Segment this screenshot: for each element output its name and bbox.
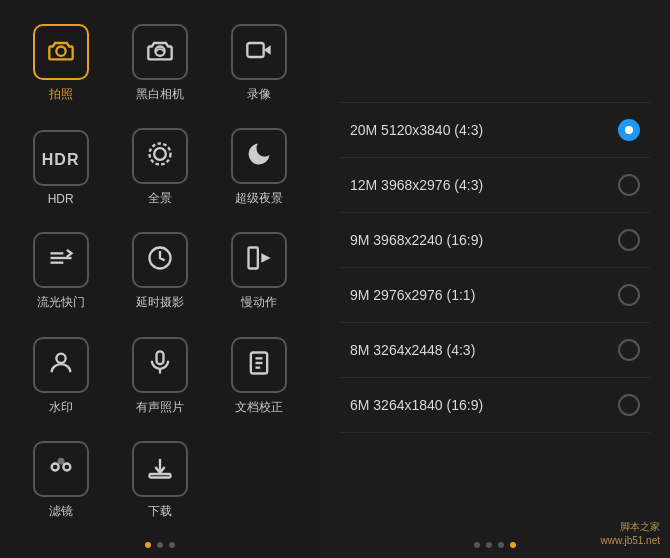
audio-icon	[146, 349, 174, 381]
mode-item-bw[interactable]: 黑白相机	[113, 14, 206, 112]
mode-item-filter[interactable]: 滤镜	[14, 432, 107, 530]
mode-item-audio[interactable]: 有声照片	[113, 327, 206, 425]
svg-rect-13	[156, 351, 163, 364]
resolution-item-0[interactable]: 20M 5120x3840 (4:3)	[340, 102, 650, 158]
resolution-item-4[interactable]: 8M 3264x2448 (4:3)	[340, 323, 650, 378]
left-panel: 拍照 黑白相机 录像 HDR HDR 全景 超级夜景 流光快门	[0, 0, 320, 558]
resolution-radio-4[interactable]	[618, 339, 640, 361]
svg-rect-10	[249, 248, 258, 269]
left-dot-0[interactable]	[145, 542, 151, 548]
mode-item-photo[interactable]: 拍照	[14, 14, 107, 112]
filter-icon	[47, 453, 75, 485]
svg-marker-11	[262, 254, 271, 263]
svg-point-21	[57, 458, 64, 465]
resolution-label-4: 8M 3264x2448 (4:3)	[350, 342, 475, 358]
mode-label-photo: 拍照	[49, 86, 73, 103]
mode-label-timelapse: 延时摄影	[136, 294, 184, 311]
icon-box-panorama	[132, 128, 188, 184]
icon-box-video	[231, 24, 287, 80]
svg-point-12	[56, 354, 65, 363]
mode-label-filter: 滤镜	[49, 503, 73, 520]
resolution-list: 20M 5120x3840 (4:3) 12M 3968x2976 (4:3) …	[320, 0, 670, 534]
mode-item-video[interactable]: 录像	[213, 14, 306, 112]
mode-label-watermark: 水印	[49, 399, 73, 416]
icon-box-filter	[33, 441, 89, 497]
icon-box-watermark	[33, 337, 89, 393]
svg-rect-2	[248, 43, 264, 57]
resolution-label-2: 9M 3968x2240 (16:9)	[350, 232, 483, 248]
hdr-icon: HDR	[42, 147, 80, 169]
resolution-item-5[interactable]: 6M 3264x1840 (16:9)	[340, 378, 650, 433]
mode-label-download: 下载	[148, 503, 172, 520]
mode-label-panorama: 全景	[148, 190, 172, 207]
icon-box-night	[231, 128, 287, 184]
mode-item-timelapse[interactable]: 延时摄影	[113, 223, 206, 321]
icon-box-audio	[132, 337, 188, 393]
doc-icon	[245, 349, 273, 381]
icon-box-photo	[33, 24, 89, 80]
svg-point-19	[51, 464, 58, 471]
left-dot-2[interactable]	[169, 542, 175, 548]
right-dot-2[interactable]	[498, 542, 504, 548]
right-dot-1[interactable]	[486, 542, 492, 548]
resolution-item-2[interactable]: 9M 3968x2240 (16:9)	[340, 213, 650, 268]
mode-label-hdr: HDR	[48, 192, 74, 206]
icon-box-hdr: HDR	[33, 130, 89, 186]
mode-item-night[interactable]: 超级夜景	[213, 118, 306, 216]
mode-label-flow: 流光快门	[37, 294, 85, 311]
resolution-label-3: 9M 2976x2976 (1:1)	[350, 287, 475, 303]
resolution-radio-2[interactable]	[618, 229, 640, 251]
mode-label-doc: 文档校正	[235, 399, 283, 416]
resolution-label-5: 6M 3264x1840 (16:9)	[350, 397, 483, 413]
mode-label-audio: 有声照片	[136, 399, 184, 416]
icon-box-slow	[231, 232, 287, 288]
left-dot-1[interactable]	[157, 542, 163, 548]
icon-box-timelapse	[132, 232, 188, 288]
svg-rect-23	[149, 474, 170, 478]
right-dots	[320, 534, 670, 558]
right-panel: 20M 5120x3840 (4:3) 12M 3968x2976 (4:3) …	[320, 0, 670, 558]
mode-item-watermark[interactable]: 水印	[14, 327, 107, 425]
mode-item-panorama[interactable]: 全景	[113, 118, 206, 216]
panorama-icon	[146, 140, 174, 172]
mode-label-slow: 慢动作	[241, 294, 277, 311]
right-dot-0[interactable]	[474, 542, 480, 548]
slow-icon	[245, 244, 273, 276]
right-dot-3[interactable]	[510, 542, 516, 548]
camera-icon	[47, 36, 75, 68]
mode-item-download[interactable]: 下载	[113, 432, 206, 530]
download-icon	[146, 453, 174, 485]
icon-box-bw	[132, 24, 188, 80]
bw-camera-icon	[146, 36, 174, 68]
resolution-label-0: 20M 5120x3840 (4:3)	[350, 122, 483, 138]
resolution-item-3[interactable]: 9M 2976x2976 (1:1)	[340, 268, 650, 323]
icon-box-flow	[33, 232, 89, 288]
resolution-label-1: 12M 3968x2976 (4:3)	[350, 177, 483, 193]
mode-grid: 拍照 黑白相机 录像 HDR HDR 全景 超级夜景 流光快门	[0, 10, 320, 534]
resolution-radio-1[interactable]	[618, 174, 640, 196]
resolution-item-1[interactable]: 12M 3968x2976 (4:3)	[340, 158, 650, 213]
mode-item-doc[interactable]: 文档校正	[213, 327, 306, 425]
mode-label-night: 超级夜景	[235, 190, 283, 207]
icon-box-download	[132, 441, 188, 497]
resolution-radio-5[interactable]	[618, 394, 640, 416]
svg-point-20	[63, 464, 70, 471]
timelapse-icon	[146, 244, 174, 276]
mode-label-video: 录像	[247, 86, 271, 103]
resolution-radio-0[interactable]	[618, 119, 640, 141]
mode-item-slow[interactable]: 慢动作	[213, 223, 306, 321]
video-icon	[245, 36, 273, 68]
svg-point-5	[149, 144, 170, 165]
watermark-icon	[47, 349, 75, 381]
icon-box-doc	[231, 337, 287, 393]
mode-item-flow[interactable]: 流光快门	[14, 223, 107, 321]
svg-point-0	[56, 46, 65, 55]
flow-icon	[47, 244, 75, 276]
left-dots	[0, 534, 320, 558]
mode-label-bw: 黑白相机	[136, 86, 184, 103]
night-icon	[245, 140, 273, 172]
resolution-radio-3[interactable]	[618, 284, 640, 306]
mode-item-hdr[interactable]: HDR HDR	[14, 118, 107, 216]
svg-point-4	[154, 148, 166, 160]
